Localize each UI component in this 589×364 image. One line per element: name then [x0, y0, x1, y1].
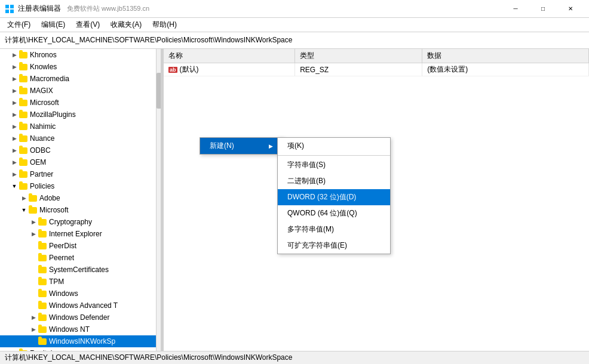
svg-rect-0 — [5, 5, 9, 8]
submenu-item-multistring[interactable]: 多字符串值(M) — [278, 221, 390, 237]
tree-item-macromedia[interactable]: ▶ Macromedia — [0, 73, 161, 85]
folder-icon — [19, 146, 29, 155]
tree-item-microsoft1[interactable]: ▶ Microsoft — [0, 97, 161, 109]
tree-label: Macromedia — [30, 75, 69, 83]
folder-icon — [19, 169, 29, 179]
reg-name: ab (默认) — [164, 63, 295, 76]
folder-icon — [19, 110, 29, 119]
tree-label: Cryptography — [49, 218, 92, 226]
tree-label: Adobe — [39, 194, 60, 202]
tree-item-microsoft2[interactable]: ▼ Microsoft — [0, 204, 161, 216]
tree-item-knowles[interactable]: ▶ Knowles — [0, 61, 161, 73]
tree-item-nuance[interactable]: ▶ Nuance — [0, 132, 161, 144]
folder-icon — [38, 217, 48, 227]
col-data: 数据 — [422, 49, 589, 63]
folder-icon — [19, 158, 29, 167]
scrollbar-thumb[interactable] — [157, 73, 161, 109]
expand-icon: ▶ — [29, 313, 38, 322]
tree-item-magix[interactable]: ▶ MAGIX — [0, 85, 161, 97]
tree-label: WindowsINKWorkSp — [49, 337, 115, 346]
tree-item-khronos[interactable]: ▶ Khronos — [0, 49, 161, 61]
expand-icon: ▶ — [29, 217, 38, 227]
folder-icon — [29, 205, 38, 215]
expand-icon: ▶ — [29, 325, 38, 334]
tree-label: Windows — [49, 289, 78, 298]
menu-help[interactable]: 帮助(H) — [148, 18, 182, 32]
expand-icon: ▼ — [10, 181, 19, 191]
folder-icon — [38, 229, 48, 239]
svg-rect-3 — [10, 10, 14, 13]
submenu-item-expandstring[interactable]: 可扩充字符串值(E) — [278, 237, 390, 254]
folder-icon — [19, 86, 29, 95]
svg-rect-2 — [5, 10, 9, 13]
col-name: 名称 — [164, 49, 295, 63]
tree-label: TPM — [49, 277, 64, 286]
tree-item-windowsinkworksp[interactable]: ▶ WindowsINKWorkSp — [0, 335, 161, 347]
folder-icon — [38, 241, 48, 251]
main-content: ▶ Khronos ▶ Knowles ▶ Macromedia ▶ — [0, 49, 589, 351]
tree-label: Peernet — [49, 254, 74, 262]
tree-item-peerdist[interactable]: ▶ PeerDist — [0, 240, 161, 252]
folder-icon — [38, 253, 48, 263]
expand-icon: ▶ — [10, 110, 19, 119]
watermark-site: 免费软件站 www.jb51359.cn — [67, 4, 149, 13]
tree-label: ODBC — [30, 146, 51, 155]
expand-icon: ▶ — [29, 253, 38, 263]
tree-item-peernet[interactable]: ▶ Peernet — [0, 252, 161, 264]
expand-icon: ▶ — [10, 62, 19, 72]
tree-item-oem[interactable]: ▶ OEM — [0, 156, 161, 168]
toolbar: 计算机\HKEY_LOCAL_MACHINE\SOFTWARE\Policies… — [0, 32, 589, 49]
menu-file[interactable]: 文件(F) — [2, 18, 35, 32]
tree-item-systemcerts[interactable]: ▶ SystemCertificates — [0, 264, 161, 276]
expand-icon: ▶ — [10, 50, 19, 60]
expand-icon: ▶ — [10, 146, 19, 155]
menu-edit[interactable]: 编辑(E) — [36, 18, 70, 32]
folder-icon — [29, 193, 38, 203]
tree-item-windows[interactable]: ▶ Windows — [0, 288, 161, 300]
folder-icon — [38, 301, 48, 310]
tree-item-odbc[interactable]: ▶ ODBC — [0, 144, 161, 156]
window-title: 注册表编辑器 — [18, 4, 61, 14]
expand-icon: ▶ — [29, 301, 38, 310]
tree-label: Policies — [30, 182, 54, 190]
submenu-item-dword[interactable]: DWORD (32 位)值(D) — [278, 189, 390, 205]
close-button[interactable]: ✕ — [557, 0, 584, 18]
submenu-item-key[interactable]: 项(K) — [278, 138, 390, 154]
submenu-item-binary[interactable]: 二进制值(B) — [278, 173, 390, 189]
context-menu: 新建(N) ▶ — [200, 137, 283, 155]
maximize-button[interactable]: □ — [529, 0, 557, 18]
folder-icon — [19, 50, 29, 60]
tree-scrollbar[interactable] — [156, 49, 161, 351]
tree-item-mozillaplugins[interactable]: ▶ MozillaPlugins — [0, 109, 161, 121]
submenu-item-qword[interactable]: QWORD (64 位)值(Q) — [278, 205, 390, 221]
context-menu-new[interactable]: 新建(N) ▶ — [200, 138, 283, 154]
tree-item-ie[interactable]: ▶ Internet Explorer — [0, 228, 161, 240]
tree-item-windows-defender[interactable]: ▶ Windows Defender — [0, 311, 161, 323]
table-row[interactable]: ab (默认) REG_SZ (数值未设置) — [164, 63, 589, 76]
tree-label: Microsoft — [30, 98, 59, 107]
menu-favorites[interactable]: 收藏夹(A) — [106, 18, 146, 32]
tree-item-cryptography[interactable]: ▶ Cryptography — [0, 216, 161, 228]
tree-item-windows-advanced[interactable]: ▶ Windows Advanced T — [0, 300, 161, 311]
tree-item-windows-nt[interactable]: ▶ Windows NT — [0, 323, 161, 335]
toolbar-label: 计算机\HKEY_LOCAL_MACHINE\SOFTWARE\Policies… — [2, 35, 294, 45]
minimize-button[interactable]: ─ — [502, 0, 529, 18]
tree-label: Nahimic — [30, 122, 56, 131]
reg-type: REG_SZ — [295, 63, 422, 76]
tree-item-tpm[interactable]: ▶ TPM — [0, 276, 161, 288]
title-bar: 注册表编辑器 免费软件站 www.jb51359.cn ─ □ ✕ — [0, 0, 589, 18]
tree-item-nahimic[interactable]: ▶ Nahimic — [0, 121, 161, 132]
registry-table: 名称 类型 数据 ab (默认) REG_SZ — [164, 49, 589, 76]
tree-item-partner[interactable]: ▶ Partner — [0, 168, 161, 180]
submenu-item-string[interactable]: 字符串值(S) — [278, 157, 390, 173]
submenu: 项(K) 字符串值(S) 二进制值(B) DWORD (32 位)值(D) QW… — [277, 137, 391, 254]
expand-icon: ▼ — [19, 205, 29, 215]
tree-label: Partner — [30, 170, 53, 178]
expand-icon: ▶ — [29, 337, 38, 346]
folder-icon — [38, 277, 48, 286]
menu-view[interactable]: 查看(V) — [71, 18, 105, 32]
tree-scroll[interactable]: ▶ Khronos ▶ Knowles ▶ Macromedia ▶ — [0, 49, 161, 351]
ab-icon: ab — [168, 67, 177, 73]
tree-item-adobe[interactable]: ▶ Adobe — [0, 192, 161, 204]
tree-item-policies[interactable]: ▼ Policies — [0, 180, 161, 192]
